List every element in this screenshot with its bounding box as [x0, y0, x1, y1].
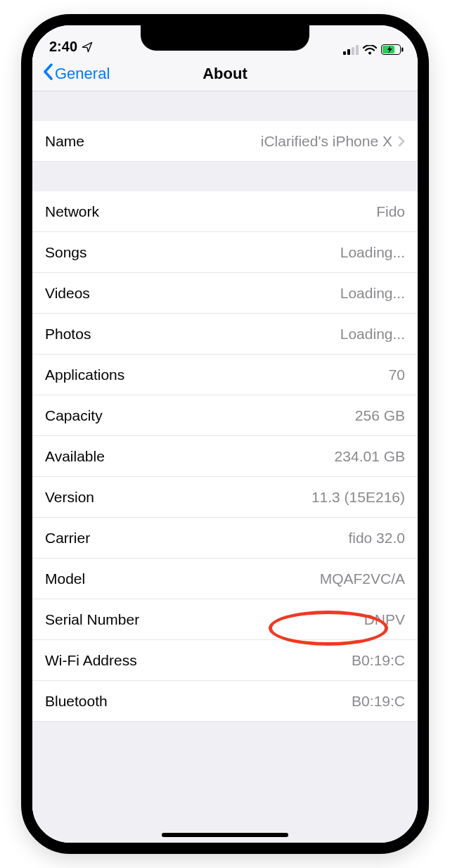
svg-rect-7 [401, 48, 404, 52]
section-gap [32, 91, 418, 121]
row-label: Wi-Fi Address [45, 652, 137, 669]
row-photos: Photos Loading... [32, 314, 418, 355]
row-videos: Videos Loading... [32, 273, 418, 314]
page-title: About [202, 65, 248, 83]
row-value: 234.01 GB [335, 448, 405, 465]
row-value: 256 GB [355, 407, 405, 424]
row-label: Available [45, 448, 105, 465]
back-button[interactable]: General [38, 60, 114, 87]
screen: 2:40 [32, 25, 418, 843]
battery-charging-icon [381, 44, 404, 55]
status-time: 2:40 [49, 39, 77, 55]
status-right [343, 44, 404, 55]
row-wifi-address: Wi-Fi Address B0:19:C [32, 640, 418, 681]
row-label: Serial Number [45, 611, 139, 628]
row-value: 11.3 (15E216) [311, 489, 405, 506]
row-network: Network Fido [32, 191, 418, 232]
row-value: iClarified's iPhone X [261, 133, 392, 150]
svg-point-4 [368, 51, 371, 54]
row-label: Name [45, 133, 84, 150]
nav-header: General About [32, 56, 418, 91]
row-value: Loading... [340, 285, 405, 302]
row-carrier: Carrier fido 32.0 [32, 518, 418, 559]
row-value: Fido [376, 203, 405, 220]
svg-rect-0 [343, 51, 346, 55]
row-label: Version [45, 489, 94, 506]
row-label: Bluetooth [45, 693, 108, 710]
row-value: Loading... [340, 326, 405, 343]
row-value: fido 32.0 [348, 530, 405, 547]
home-indicator [162, 833, 288, 837]
section-gap [32, 162, 418, 191]
row-label: Applications [45, 366, 124, 383]
location-arrow-icon [82, 42, 93, 53]
svg-rect-1 [347, 49, 350, 55]
row-value: DNPV [364, 611, 405, 628]
row-bluetooth: Bluetooth B0:19:C [32, 681, 418, 722]
row-value: 70 [389, 366, 405, 383]
row-model[interactable]: Model MQAF2VC/A [32, 559, 418, 599]
row-capacity: Capacity 256 GB [32, 395, 418, 436]
row-value: Loading... [340, 244, 405, 261]
row-available: Available 234.01 GB [32, 436, 418, 477]
device-frame: 2:40 [21, 14, 429, 854]
content[interactable]: Name iClarified's iPhone X Network Fido [32, 91, 418, 843]
wifi-icon [363, 45, 377, 55]
svg-rect-3 [356, 45, 359, 55]
status-left: 2:40 [49, 39, 93, 55]
details-section: Network Fido Songs Loading... Videos Loa… [32, 191, 418, 722]
row-applications: Applications 70 [32, 355, 418, 395]
back-label: General [55, 65, 110, 83]
svg-rect-2 [352, 47, 354, 55]
row-label: Model [45, 570, 85, 587]
cell-signal-icon [343, 45, 359, 55]
row-label: Songs [45, 244, 87, 261]
row-label: Carrier [45, 530, 90, 547]
row-version: Version 11.3 (15E216) [32, 477, 418, 518]
row-label: Videos [45, 285, 90, 302]
row-songs: Songs Loading... [32, 232, 418, 273]
row-value: B0:19:C [352, 693, 405, 710]
chevron-left-icon [42, 63, 53, 84]
row-label: Network [45, 203, 99, 220]
row-label: Capacity [45, 407, 103, 424]
row-serial-number: Serial Number DNPV [32, 599, 418, 640]
row-value: B0:19:C [352, 652, 405, 669]
row-value: MQAF2VC/A [320, 570, 405, 587]
row-name[interactable]: Name iClarified's iPhone X [32, 121, 418, 162]
notch [141, 25, 309, 51]
name-section: Name iClarified's iPhone X [32, 121, 418, 162]
row-label: Photos [45, 326, 91, 343]
chevron-right-icon [398, 136, 405, 147]
